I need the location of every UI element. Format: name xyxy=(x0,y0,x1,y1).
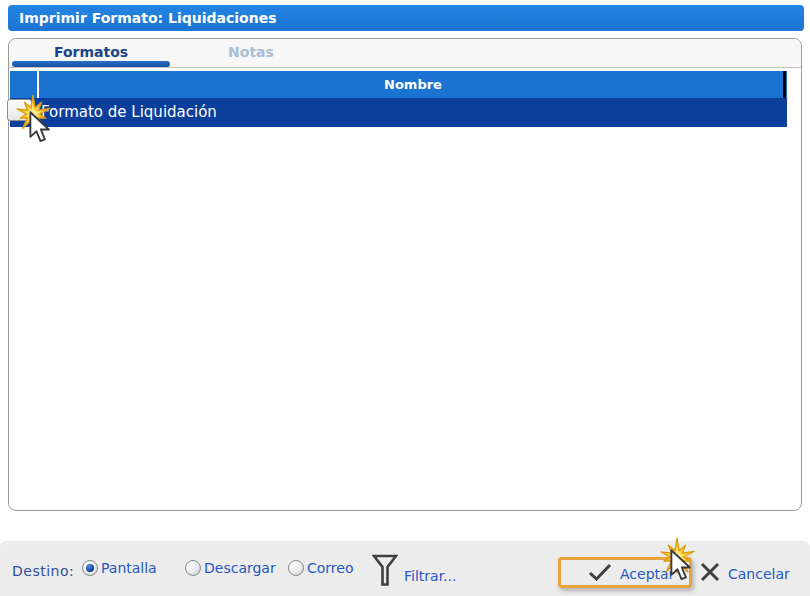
table-row-formato-liquidacion[interactable]: Formato de Liquidación xyxy=(10,98,787,127)
funnel-icon xyxy=(372,554,398,591)
tab-formatos[interactable]: Formatos xyxy=(11,44,171,60)
table-header-end-bar xyxy=(783,71,786,98)
active-tab-underline xyxy=(12,61,170,67)
table-header: Nombre xyxy=(10,71,787,98)
dialog-titlebar: Imprimir Formato: Liquidaciones xyxy=(8,5,804,31)
radio-option-pantalla[interactable]: Pantalla xyxy=(82,560,157,576)
row-checkbox[interactable] xyxy=(7,99,32,121)
filter-button-label: Filtrar... xyxy=(404,568,456,584)
table-header-checkbox-column xyxy=(10,71,39,98)
radio-button-pantalla[interactable] xyxy=(82,560,98,576)
check-icon xyxy=(588,563,612,585)
radio-button-descargar[interactable] xyxy=(185,560,201,576)
bottom-action-bar: Destino: Pantalla Descargar Correo Filtr… xyxy=(0,541,810,596)
tab-notas[interactable]: Notas xyxy=(171,44,331,60)
accept-button[interactable]: Aceptar xyxy=(588,563,674,585)
radio-label-pantalla: Pantalla xyxy=(101,560,157,576)
cancel-button[interactable]: Cancelar xyxy=(700,562,790,586)
table-header-nombre: Nombre xyxy=(39,71,787,98)
radio-label-correo: Correo xyxy=(307,560,353,576)
radio-option-correo[interactable]: Correo xyxy=(288,560,353,576)
radio-button-correo[interactable] xyxy=(288,560,304,576)
radio-label-descargar: Descargar xyxy=(204,560,276,576)
tab-strip: Formatos Notas xyxy=(9,39,801,68)
destino-label: Destino: xyxy=(12,563,74,579)
radio-option-descargar[interactable]: Descargar xyxy=(185,560,276,576)
accept-button-label: Aceptar xyxy=(620,566,674,582)
dialog-panel: Formatos Notas Nombre Formato de Liquida… xyxy=(8,38,802,511)
x-icon xyxy=(700,562,720,586)
filter-button[interactable]: Filtrar... xyxy=(372,554,456,591)
cancel-button-label: Cancelar xyxy=(728,566,790,582)
